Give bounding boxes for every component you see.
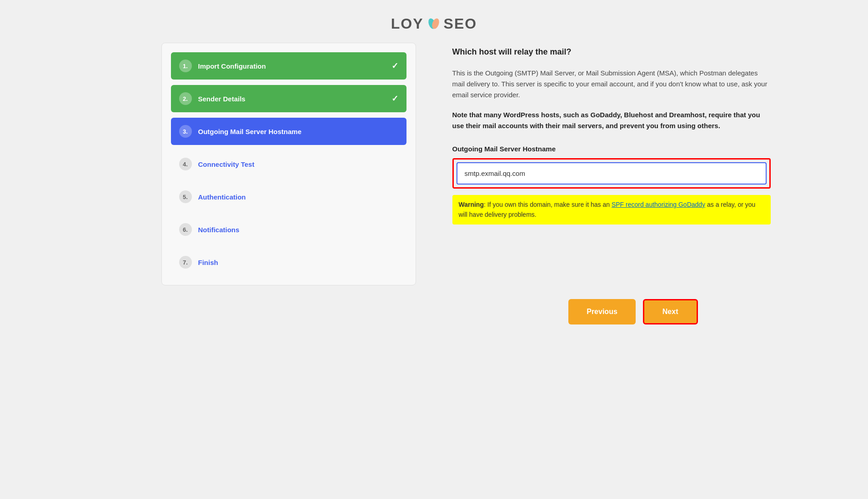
step-1-check: ✓ [391,61,398,71]
content-description: This is the Outgoing (SMTP) Mail Server,… [452,68,771,100]
step-3[interactable]: 3. Outgoing Mail Server Hostname [171,118,406,145]
content-title: Which host will relay the mail? [452,47,771,57]
field-label: Outgoing Mail Server Hostname [452,145,771,153]
previous-button[interactable]: Previous [568,299,636,324]
warning-box: Warning: If you own this domain, make su… [452,195,771,225]
step-6[interactable]: 6. Notifications [171,216,406,243]
hostname-input[interactable] [457,162,767,185]
step-6-label: Notifications [198,226,398,234]
warning-label: Warning [459,201,484,208]
step-4-number: 4. [179,158,192,170]
step-4[interactable]: 4. Connectivity Test [171,150,406,178]
step-3-number: 3. [179,125,192,138]
step-7-number: 7. [179,256,192,269]
logo-text-right: SEO [444,15,477,32]
bottom-bar: Previous Next [161,299,707,324]
step-2-label: Sender Details [198,95,385,103]
step-2-check: ✓ [391,94,398,104]
next-button[interactable]: Next [643,299,698,324]
logo-area: LOY SEO [391,14,477,34]
warning-text: : If you own this domain, make sure it h… [484,201,612,208]
step-1-label: Import Configuration [198,62,385,70]
sidebar: 1. Import Configuration ✓ 2. Sender Deta… [161,43,416,285]
step-4-label: Connectivity Test [198,160,398,168]
content-note: Note that many WordPress hosts, such as … [452,110,771,131]
main-container: 1. Import Configuration ✓ 2. Sender Deta… [161,43,707,285]
step-1-number: 1. [179,60,192,72]
logo-icon [424,14,444,34]
step-6-number: 6. [179,223,192,236]
step-2[interactable]: 2. Sender Details ✓ [171,85,406,112]
content-area: Which host will relay the mail? This is … [425,43,789,285]
step-5-label: Authentication [198,193,398,201]
logo-text-left: LOY [391,15,424,32]
step-2-number: 2. [179,92,192,105]
step-7[interactable]: 7. Finish [171,249,406,276]
step-5-number: 5. [179,190,192,203]
step-3-label: Outgoing Mail Server Hostname [198,128,398,135]
input-wrapper [452,158,771,189]
step-5[interactable]: 5. Authentication [171,183,406,210]
step-1[interactable]: 1. Import Configuration ✓ [171,52,406,80]
step-7-label: Finish [198,259,398,266]
spf-record-link[interactable]: SPF record authorizing GoDaddy [612,201,705,208]
